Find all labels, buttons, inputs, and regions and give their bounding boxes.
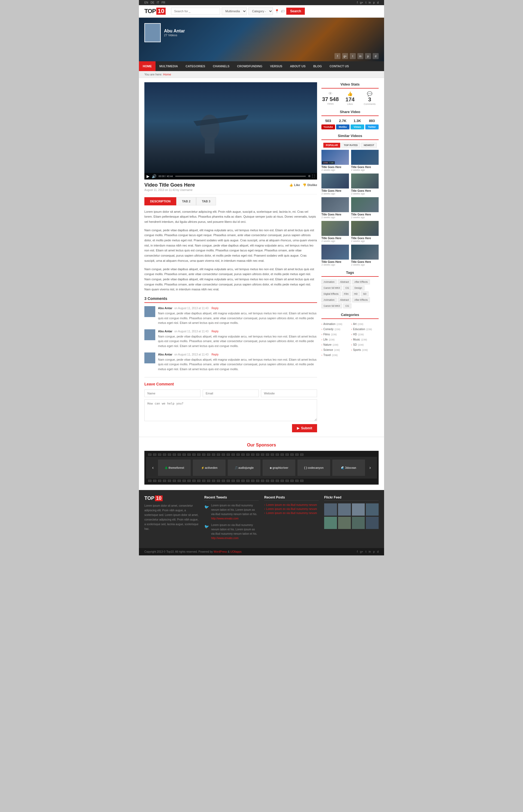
flickr-4[interactable] (366, 503, 379, 516)
share-twitter[interactable]: Twitter (365, 125, 379, 129)
nav-home[interactable]: HOME (139, 61, 156, 71)
tag-film[interactable]: Film (342, 291, 351, 296)
nav-contact[interactable]: CONTACT US (326, 61, 353, 71)
cat-animation[interactable]: › Animation (239) (321, 322, 349, 326)
tag-sd[interactable]: SD (361, 291, 369, 296)
tab-description[interactable]: DESCRIPTION (144, 197, 176, 205)
tweet-link-2[interactable]: http://www.envato.com (211, 537, 239, 540)
tag-animation[interactable]: Animation (321, 279, 337, 284)
sponsor-codecanyon[interactable]: { } codecanyon (297, 459, 330, 476)
progress-bar[interactable] (175, 176, 306, 177)
footer-li[interactable]: in (369, 550, 371, 553)
volume-icon[interactable]: 🔊 (152, 174, 156, 178)
cat-travel[interactable]: › Travel (239) (321, 353, 349, 357)
nav-about[interactable]: ABOUT US (286, 61, 309, 71)
comment-reply[interactable]: Reply (212, 330, 219, 333)
similar-video-9[interactable]: Title Goes Here 2 weeks ago (321, 245, 349, 266)
tweet-link-1[interactable]: http://www.envato.com (211, 517, 239, 520)
tag-after-effects[interactable]: After Effects (352, 279, 370, 284)
post-link-2[interactable]: Lorem ipsum ex via illud nusummy nevum (266, 507, 317, 510)
hero-social-dr[interactable]: d (373, 53, 379, 59)
hero-social-tw[interactable]: t (350, 53, 356, 59)
cat-nature[interactable]: › Nature (239) (321, 342, 349, 347)
dislike-button[interactable]: 👎 Dislike (303, 183, 317, 187)
lang-de[interactable]: DE (151, 1, 155, 4)
similar-video-8[interactable]: Title Goes Here 2 weeks ago (351, 221, 379, 242)
sim-tab-popular[interactable]: POPULAR (323, 143, 340, 148)
tab-3[interactable]: TAB 3 (196, 197, 216, 205)
comment-message-input[interactable] (144, 399, 317, 421)
flickr-3[interactable] (352, 503, 365, 516)
settings-icon[interactable]: ⚙ (308, 175, 310, 178)
sim-tab-newest[interactable]: NEWEST (361, 143, 377, 148)
hero-social-gp[interactable]: g+ (342, 53, 348, 59)
cat-hd[interactable]: › HD (239) (351, 332, 379, 337)
sponsors-next[interactable]: › (367, 463, 373, 472)
flickr-2[interactable] (338, 503, 351, 516)
breadcrumb-home[interactable]: Home (163, 73, 171, 76)
nav-categories[interactable]: CATEGORIES (182, 61, 209, 71)
video-player[interactable]: ▶ 🔊 00:00 / 40:44 ⚙ ⛶ (144, 82, 317, 180)
post-link-1[interactable]: Lorem ipsum ex via illud nusummy nevum (266, 503, 317, 506)
comment-author[interactable]: Abu Antar (158, 330, 173, 333)
hero-social-pi[interactable]: p (365, 53, 371, 59)
comment-author[interactable]: Abu Antar (158, 353, 173, 356)
share-vimeo[interactable]: Vimeo (350, 125, 364, 129)
cat-music[interactable]: › Music (239) (351, 337, 379, 342)
search-button[interactable]: Search (286, 7, 305, 15)
tag-design[interactable]: Design (353, 286, 364, 290)
flickr-1[interactable] (324, 503, 337, 516)
lang-it[interactable]: IT (157, 1, 159, 4)
cat-films[interactable]: › Films (239) (321, 332, 349, 337)
share-youtube[interactable]: Youtube (321, 125, 335, 129)
sponsor-themeforest[interactable]: 🌲 themeforest (158, 459, 191, 476)
social-twitter-top[interactable]: t (365, 1, 366, 4)
play-button[interactable]: ▶ (147, 174, 149, 178)
tag-animation2[interactable]: Animation (321, 297, 337, 302)
flickr-7[interactable] (352, 517, 365, 529)
footer-gp[interactable]: g+ (360, 550, 363, 553)
flickr-5[interactable] (324, 517, 337, 529)
social-pinterest-top[interactable]: p (373, 1, 375, 4)
lang-fr[interactable]: FR (162, 1, 165, 4)
social-linkedin-top[interactable]: in (369, 1, 371, 4)
footer-tw[interactable]: t (365, 550, 366, 553)
cat-education[interactable]: › Education (239) (351, 327, 379, 331)
comment-author[interactable]: Abu Antar (158, 306, 173, 310)
tag-cg2[interactable]: CG (343, 304, 351, 308)
search-input[interactable] (171, 7, 220, 15)
hero-social-li[interactable]: in (357, 53, 363, 59)
sponsor-activeden[interactable]: ⚡ activeden (193, 459, 226, 476)
nav-channels[interactable]: CHANNELS (209, 61, 233, 71)
language-switcher[interactable]: EN DE IT FR (144, 1, 167, 4)
similar-video-3[interactable]: Title Goes Here 2 weeks ago (321, 174, 349, 195)
sponsor-graphicriver[interactable]: ◆ graphicriver (263, 459, 295, 476)
tag-after-effects2[interactable]: After Effects (352, 297, 370, 302)
sponsor-3docean[interactable]: 🌊 3docean (332, 459, 365, 476)
comment-name-input[interactable] (144, 390, 200, 397)
similar-video-6[interactable]: Title Goes Here 2 weeks ago (351, 197, 379, 219)
wp-link[interactable]: WordPress (214, 550, 227, 553)
cat-comedy[interactable]: › Comedy (239) (321, 327, 349, 331)
footer-fb[interactable]: f (357, 550, 358, 553)
comment-reply[interactable]: Reply (212, 353, 219, 356)
footer-dr[interactable]: d (377, 550, 379, 553)
cat-science[interactable]: › Science (239) (321, 347, 349, 352)
comment-reply[interactable]: Reply (212, 307, 219, 310)
category-select[interactable]: Category - (249, 7, 273, 15)
cat-sports[interactable]: › Sports (239) (351, 347, 379, 352)
nav-blog[interactable]: BLOG (309, 61, 326, 71)
similar-video-7[interactable]: Title Goes Here 2 weeks ago (321, 221, 349, 242)
comment-email-input[interactable] (203, 390, 259, 397)
flickr-6[interactable] (338, 517, 351, 529)
similar-video-5[interactable]: Title Goes Here 2 weeks ago (321, 197, 349, 219)
footer-pi[interactable]: p (373, 550, 375, 553)
tag-canon2[interactable]: Canon 5d MKII (321, 304, 342, 308)
similar-video-10[interactable]: Title Goes Here 2 weeks ago (351, 245, 379, 266)
tag-abstract2[interactable]: Abstract (338, 297, 351, 302)
social-facebook-top[interactable]: f (357, 1, 358, 4)
tag-abstract[interactable]: Abstract (338, 279, 351, 284)
social-dribbble-top[interactable]: d (377, 1, 379, 4)
social-gplus-top[interactable]: g+ (360, 1, 363, 4)
share-motibu[interactable]: Motibu (336, 125, 350, 129)
